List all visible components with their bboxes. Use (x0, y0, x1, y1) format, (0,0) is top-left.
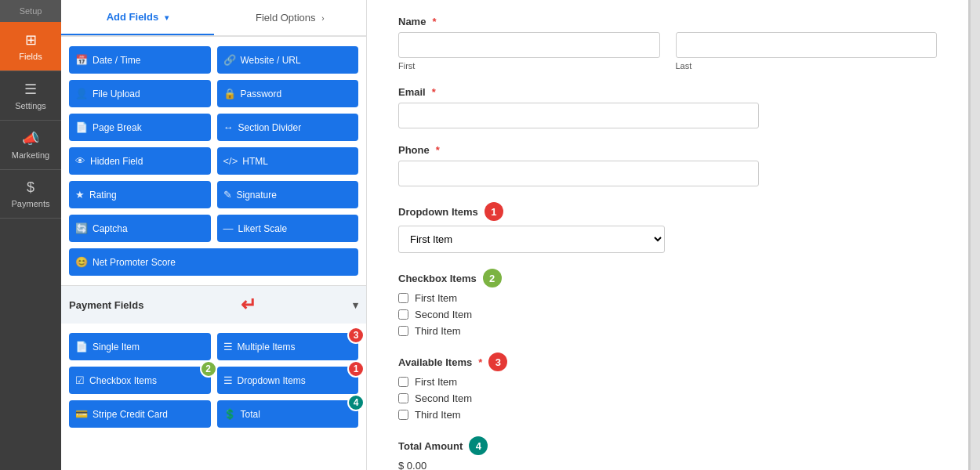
dropdown-group: Dropdown Items 1 First Item Second Item … (398, 202, 937, 253)
total-badge: 4 (469, 436, 488, 455)
html-icon: </> (223, 155, 238, 167)
available-first[interactable] (398, 377, 408, 387)
checkbox-label: Checkbox Items 2 (398, 269, 937, 287)
last-label: Last (676, 61, 938, 70)
last-name-input[interactable] (676, 32, 938, 58)
checkbox-items-icon: ☑ (75, 374, 85, 386)
available-label: Available Items* 3 (398, 352, 937, 371)
single-item-button[interactable]: 📄 Single Item (69, 333, 211, 360)
list-item[interactable]: First Item (398, 292, 937, 304)
email-input[interactable] (398, 103, 759, 128)
total-button[interactable]: 💲 Total 4 (217, 400, 359, 428)
fields-grid: 📅 Date / Time 🔗 Website / URL 👤 File Upl… (61, 37, 366, 285)
divider-icon: ↔ (223, 121, 234, 133)
total-label: Total Amount 4 (398, 436, 937, 455)
last-name-field: Last (676, 32, 938, 70)
checkbox-second[interactable] (398, 309, 408, 320)
collapse-icon: ▾ (353, 299, 358, 311)
first-name-input[interactable] (398, 32, 660, 58)
payment-fields-section[interactable]: Payment Fields ↵ ▾ (61, 285, 366, 324)
settings-label: Settings (15, 101, 46, 110)
page-break-icon: 📄 (75, 121, 88, 133)
fields-panel: Add Fields ▾ Field Options › 📅 Date / Ti… (61, 0, 367, 470)
list-item[interactable]: Second Item (398, 392, 937, 404)
dropdown-select[interactable]: First Item Second Item Third Item (398, 226, 665, 253)
dropdown-items-button[interactable]: ☰ Dropdown Items 1 (217, 367, 359, 394)
checkbox-third[interactable] (398, 326, 408, 336)
list-item[interactable]: First Item (398, 376, 937, 388)
sidebar-item-settings[interactable]: ☰ Settings (0, 71, 61, 121)
date-icon: 📅 (75, 54, 88, 66)
multiple-items-button[interactable]: ☰ Multiple Items 3 (217, 333, 359, 360)
sidebar-item-fields[interactable]: ⊞ Fields (0, 22, 61, 71)
page-break-button[interactable]: 📄 Page Break (69, 114, 211, 141)
dropdown-badge: 1 (485, 202, 503, 221)
first-label: First (398, 61, 660, 70)
available-items: First Item Second Item Third Item (398, 376, 937, 421)
multiple-items-badge: 3 (347, 327, 365, 344)
password-button[interactable]: 🔒 Password (217, 80, 359, 107)
available-second[interactable] (398, 393, 408, 403)
total-badge: 4 (347, 394, 365, 411)
section-divider-button[interactable]: ↔ Section Divider (217, 114, 359, 141)
lock-icon: 🔒 (223, 88, 236, 99)
stripe-credit-card-button[interactable]: 💳 Stripe Credit Card (69, 400, 211, 428)
dropdown-items-badge: 1 (347, 360, 365, 378)
payment-fields-label: Payment Fields (69, 299, 143, 311)
available-group: Available Items* 3 First Item Second Ite… (398, 352, 937, 421)
checkbox-items-button[interactable]: ☑ Checkbox Items 2 (69, 367, 211, 394)
hidden-field-button[interactable]: 👁 Hidden Field (69, 147, 211, 175)
sidebar-nav: Setup ⊞ Fields ☰ Settings 📣 Marketing $ … (0, 0, 61, 470)
chevron-right-icon: › (321, 14, 324, 23)
panel-header: Add Fields ▾ Field Options › (61, 0, 366, 37)
phone-label: Phone* (398, 144, 937, 156)
eye-icon: 👁 (75, 155, 85, 167)
available-third[interactable] (398, 410, 408, 420)
marketing-icon: 📣 (22, 130, 39, 147)
payments-icon: $ (27, 179, 34, 196)
list-item[interactable]: Third Item (398, 409, 937, 421)
fields-icon: ⊞ (25, 31, 37, 49)
single-item-icon: 📄 (75, 341, 88, 352)
star-icon: ★ (75, 189, 85, 201)
likert-scale-button[interactable]: — Likert Scale (217, 215, 359, 242)
promoter-icon: 😊 (75, 256, 88, 268)
likert-icon: — (223, 222, 234, 234)
name-group: Name* First Last (398, 16, 937, 70)
credit-card-icon: 💳 (75, 408, 88, 420)
field-options-tab[interactable]: Field Options › (214, 0, 367, 35)
multiple-items-icon: ☰ (223, 341, 233, 352)
net-promoter-button[interactable]: 😊 Net Promoter Score (69, 248, 358, 276)
date-time-button[interactable]: 📅 Date / Time (69, 46, 211, 74)
captcha-button[interactable]: 🔄 Captcha (69, 215, 211, 242)
signature-button[interactable]: ✎ Signature (217, 181, 359, 208)
total-value: $ 0.00 (398, 460, 937, 470)
payments-label: Payments (12, 199, 50, 208)
form-area: Name* First Last Email* Phone* Dropdown (367, 0, 971, 470)
list-item[interactable]: Second Item (398, 309, 937, 320)
total-group: Total Amount 4 $ 0.00 (398, 436, 937, 470)
payment-fields-grid: 📄 Single Item ☰ Multiple Items 3 ☑ Check… (61, 324, 366, 437)
checkbox-first[interactable] (398, 293, 408, 303)
rating-button[interactable]: ★ Rating (69, 181, 211, 208)
checkbox-group: Checkbox Items 2 First Item Second Item … (398, 269, 937, 337)
sidebar-item-payments[interactable]: $ Payments (0, 170, 61, 219)
dropdown-label: Dropdown Items 1 (398, 202, 937, 221)
right-scrollbar (971, 0, 980, 470)
first-name-field: First (398, 32, 660, 70)
link-icon: 🔗 (223, 54, 236, 66)
chevron-down-icon: ▾ (165, 13, 169, 22)
sidebar-item-marketing[interactable]: 📣 Marketing (0, 121, 61, 170)
add-fields-tab[interactable]: Add Fields ▾ (61, 0, 214, 35)
list-item[interactable]: Third Item (398, 325, 937, 337)
name-row: First Last (398, 32, 937, 70)
dropdown-items-icon: ☰ (223, 374, 233, 386)
website-url-button[interactable]: 🔗 Website / URL (217, 46, 359, 74)
file-upload-button[interactable]: 👤 File Upload (69, 80, 211, 107)
available-badge: 3 (488, 352, 507, 371)
checkbox-items: First Item Second Item Third Item (398, 292, 937, 337)
html-button[interactable]: </> HTML (217, 147, 359, 175)
phone-input[interactable] (398, 161, 759, 186)
phone-group: Phone* (398, 144, 937, 186)
fields-label: Fields (19, 52, 42, 61)
